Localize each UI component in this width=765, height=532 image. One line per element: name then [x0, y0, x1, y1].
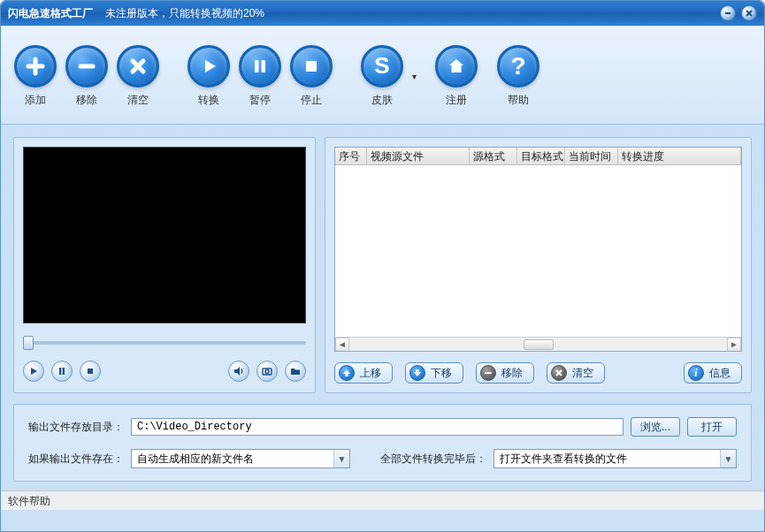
volume-button[interactable]: [228, 361, 249, 382]
convert-button[interactable]: 转换: [183, 45, 234, 108]
pause-icon: [239, 45, 281, 87]
main-area: 序号 视频源文件 源格式 目标格式 当前时间 转换进度 ◄ ► 上移 下移 移除: [1, 125, 764, 402]
app-window: 闪电急速格式工厂 未注册版本，只能转换视频的20% 添加 移除 清空: [0, 0, 765, 532]
status-text: 软件帮助: [8, 495, 50, 507]
home-icon: [435, 45, 478, 87]
open-dir-button[interactable]: 打开: [687, 417, 737, 437]
list-clear-button[interactable]: 清空: [547, 362, 605, 384]
svg-marker-20: [414, 369, 421, 376]
x-small-icon: [551, 365, 567, 381]
snapshot-button[interactable]: [256, 361, 278, 382]
stop-icon: [290, 45, 333, 87]
col-progress[interactable]: 转换进度: [618, 148, 741, 164]
plus-icon: [14, 45, 57, 87]
output-dir-input[interactable]: [131, 418, 623, 436]
chevron-down-icon: ▼: [333, 450, 349, 467]
svg-rect-13: [59, 368, 61, 375]
svg-rect-10: [262, 60, 266, 72]
preview-controls: [23, 361, 306, 382]
table-header: 序号 视频源文件 源格式 目标格式 当前时间 转换进度: [335, 148, 741, 165]
app-title: 闪电急速格式工厂: [8, 6, 93, 21]
arrow-down-icon: [409, 365, 425, 381]
svg-rect-9: [255, 60, 259, 72]
skin-dropdown[interactable]: ▾: [408, 55, 420, 97]
x-icon: [117, 45, 159, 87]
stop-button[interactable]: 停止: [286, 45, 337, 108]
exists-select[interactable]: 自动生成相应的新文件名 ▼: [131, 449, 350, 468]
horizontal-scrollbar[interactable]: ◄ ►: [335, 337, 741, 351]
minus-small-icon: [480, 365, 496, 381]
svg-marker-8: [205, 60, 216, 72]
help-button[interactable]: ? 帮助: [493, 45, 544, 108]
status-bar: 软件帮助: [1, 490, 764, 510]
output-dir-label: 输出文件存放目录：: [28, 420, 124, 435]
file-list-panel: 序号 视频源文件 源格式 目标格式 当前时间 转换进度 ◄ ► 上移 下移 移除: [325, 137, 752, 393]
svg-marker-16: [234, 367, 240, 376]
clear-button[interactable]: 清空: [112, 45, 164, 108]
after-select[interactable]: 打开文件夹查看转换的文件 ▼: [493, 449, 737, 468]
table-body: [335, 165, 741, 337]
info-button[interactable]: i信息: [684, 362, 742, 384]
file-table[interactable]: 序号 视频源文件 源格式 目标格式 当前时间 转换进度 ◄ ►: [334, 147, 742, 352]
col-source[interactable]: 视频源文件: [367, 148, 470, 164]
list-action-row: 上移 下移 移除 清空 i信息: [334, 362, 742, 384]
exists-label: 如果输出文件存在：: [28, 452, 124, 467]
svg-marker-12: [31, 368, 37, 375]
col-srcfmt[interactable]: 源格式: [470, 148, 517, 164]
titlebar: 闪电急速格式工厂 未注册版本，只能转换视频的20%: [1, 1, 764, 26]
register-button[interactable]: 注册: [431, 45, 482, 108]
svg-marker-19: [343, 369, 350, 376]
stop-preview-button[interactable]: [80, 361, 101, 382]
scroll-right-icon[interactable]: ►: [727, 338, 741, 352]
col-time[interactable]: 当前时间: [565, 148, 618, 164]
play-icon: [187, 45, 230, 87]
info-icon: i: [688, 365, 704, 381]
chevron-down-icon: ▼: [720, 450, 736, 467]
minimize-button[interactable]: [720, 5, 736, 21]
svg-rect-14: [63, 368, 65, 375]
main-toolbar: 添加 移除 清空 转换 暂停 停止: [1, 26, 764, 125]
svg-rect-15: [88, 369, 93, 374]
list-remove-button[interactable]: 移除: [476, 362, 534, 384]
close-button[interactable]: [741, 5, 757, 21]
slider-thumb-icon: [23, 336, 34, 350]
minus-icon: [65, 45, 108, 87]
col-index[interactable]: 序号: [335, 148, 367, 164]
svg-point-18: [265, 370, 269, 374]
open-folder-button[interactable]: [285, 361, 306, 382]
arrow-up-icon: [339, 365, 355, 381]
output-settings-panel: 输出文件存放目录： 浏览... 打开 如果输出文件存在： 自动生成相应的新文件名…: [13, 404, 752, 482]
play-preview-button[interactable]: [23, 361, 44, 382]
remove-button[interactable]: 移除: [61, 45, 112, 108]
after-label: 全部文件转换完毕后：: [380, 452, 486, 467]
seek-slider[interactable]: [23, 332, 306, 353]
question-icon: ?: [497, 45, 539, 87]
pause-button[interactable]: 暂停: [234, 45, 286, 108]
browse-button[interactable]: 浏览...: [631, 417, 680, 437]
pause-preview-button[interactable]: [51, 361, 73, 382]
app-title-note: 未注册版本，只能转换视频的20%: [105, 6, 264, 21]
svg-rect-11: [306, 61, 317, 72]
move-up-button[interactable]: 上移: [334, 362, 393, 384]
scroll-thumb[interactable]: [524, 339, 554, 350]
skin-button[interactable]: S 皮肤: [356, 45, 408, 108]
col-dstfmt[interactable]: 目标格式: [517, 148, 565, 164]
video-preview: [23, 147, 306, 323]
skin-icon: S: [361, 45, 403, 87]
scroll-left-icon[interactable]: ◄: [335, 338, 349, 352]
add-button[interactable]: 添加: [10, 45, 61, 108]
move-down-button[interactable]: 下移: [405, 362, 463, 384]
preview-panel: [13, 137, 316, 393]
